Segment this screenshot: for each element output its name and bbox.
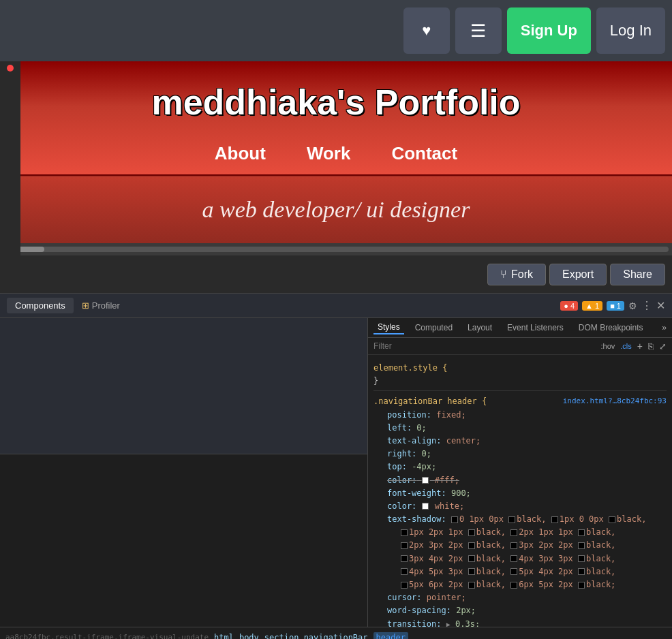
filter-bar: :hov .cls + ⎘ ⤢	[368, 338, 672, 355]
devtools-panel: Components ⊞ Profiler ● 4 ▲ 1 ■ 1 ⚙ ⋮ ✕ …	[0, 293, 672, 627]
nav-about[interactable]: About	[215, 143, 266, 164]
tab-profiler[interactable]: ⊞ Profiler	[74, 298, 128, 313]
action-bar: ⑂ Fork Export Share	[0, 255, 672, 293]
css-link-navbar-header[interactable]: index.html?…8cb24fbc:93	[563, 395, 667, 407]
breadcrumb-section-navbar[interactable]: section.navigationBar	[264, 633, 368, 640]
portfolio-header: meddhiaka's Portfolio About Work Contact	[0, 61, 672, 176]
devtools-header: Components ⊞ Profiler ● 4 ▲ 1 ■ 1 ⚙ ⋮ ✕	[0, 294, 672, 318]
styles-tab-styles[interactable]: Styles	[373, 321, 404, 334]
breadcrumb-body[interactable]: body	[239, 633, 259, 640]
fork-icon: ⑂	[500, 268, 507, 281]
heart-button[interactable]: ♥	[403, 7, 450, 54]
styles-tab-dom-breakpoints[interactable]: DOM Breakpoints	[575, 322, 647, 334]
styles-tabs-bar: Styles Computed Layout Event Listeners D…	[368, 318, 672, 338]
more-icon[interactable]: ⋮	[641, 299, 652, 312]
css-navbar-header: .navigationBar header { index.html?…8cb2…	[373, 392, 667, 627]
devtools-body: Styles Computed Layout Event Listeners D…	[0, 318, 672, 627]
breadcrumb-bar: aa8cb24fbc.result-iframe.iframe-visual-u…	[0, 627, 672, 639]
signup-button[interactable]: Sign Up	[507, 7, 591, 54]
css-selector-navbar-header: .navigationBar header {	[373, 396, 487, 406]
tab-components[interactable]: Components	[7, 298, 74, 313]
profiler-icon: ⊞	[82, 300, 89, 311]
info-badge: ■ 1	[607, 301, 624, 311]
fork-label: Fork	[511, 268, 533, 281]
fork-button[interactable]: ⑂ Fork	[487, 264, 546, 285]
tagline-area: a web developer/ ui designer	[0, 176, 672, 243]
close-icon[interactable]: ✕	[656, 299, 665, 312]
filter-input[interactable]	[373, 341, 596, 351]
gear-icon[interactable]: ⚙	[628, 300, 637, 311]
nav-work[interactable]: Work	[307, 143, 351, 164]
css-selector-element-style: element.style {	[373, 363, 447, 373]
css-element-style: element.style { }	[373, 359, 667, 391]
breadcrumb-html[interactable]: html	[214, 633, 234, 640]
left-sidebar-bar	[0, 61, 20, 286]
share-button[interactable]: Share	[610, 264, 665, 285]
export-button[interactable]: Export	[549, 264, 607, 285]
filter-plus[interactable]: +	[637, 341, 643, 352]
styles-tab-event-listeners[interactable]: Event Listeners	[503, 322, 568, 334]
styles-tab-layout[interactable]: Layout	[463, 322, 496, 334]
color-swatch-white	[422, 503, 429, 510]
menu-icon: ☰	[470, 20, 486, 42]
filter-copy-icon[interactable]: ⎘	[648, 341, 654, 352]
tab-profiler-label: Profiler	[92, 300, 120, 311]
login-button[interactable]: Log In	[596, 7, 665, 54]
breadcrumb-hash: aa8cb24fbc.result-iframe.iframe-visual-u…	[5, 633, 209, 639]
breadcrumb-header[interactable]: header	[373, 632, 408, 640]
nav-links: About Work Contact	[0, 136, 672, 174]
devtools-controls: ● 4 ▲ 1 ■ 1 ⚙ ⋮ ✕	[560, 299, 665, 312]
error-badge: ● 4	[560, 301, 578, 311]
preview-scrollbar[interactable]	[0, 243, 672, 255]
sidebar-dot	[7, 65, 14, 72]
top-toolbar: ♥ ☰ Sign Up Log In	[0, 0, 672, 61]
menu-button[interactable]: ☰	[455, 7, 502, 54]
devtools-styles-panel: Styles Computed Layout Event Listeners D…	[368, 318, 672, 627]
portfolio-title: meddhiaka's Portfolio	[0, 82, 672, 123]
devtools-dom-panel	[0, 318, 368, 627]
tagline: a web developer/ ui designer	[0, 197, 672, 223]
styles-tab-more[interactable]: »	[662, 323, 667, 332]
styles-tab-computed[interactable]: Computed	[411, 322, 457, 334]
css-panel: element.style { } .navigationBar header …	[368, 355, 672, 627]
color-swatch-fff	[422, 477, 429, 484]
heart-icon: ♥	[422, 22, 431, 40]
nav-contact[interactable]: Contact	[391, 143, 457, 164]
filter-cls[interactable]: .cls	[620, 342, 632, 350]
warn-badge: ▲ 1	[582, 301, 602, 311]
scrollbar-track[interactable]	[3, 247, 669, 252]
filter-hov[interactable]: :hov	[601, 342, 615, 350]
filter-expand-icon[interactable]: ⤢	[659, 341, 667, 352]
